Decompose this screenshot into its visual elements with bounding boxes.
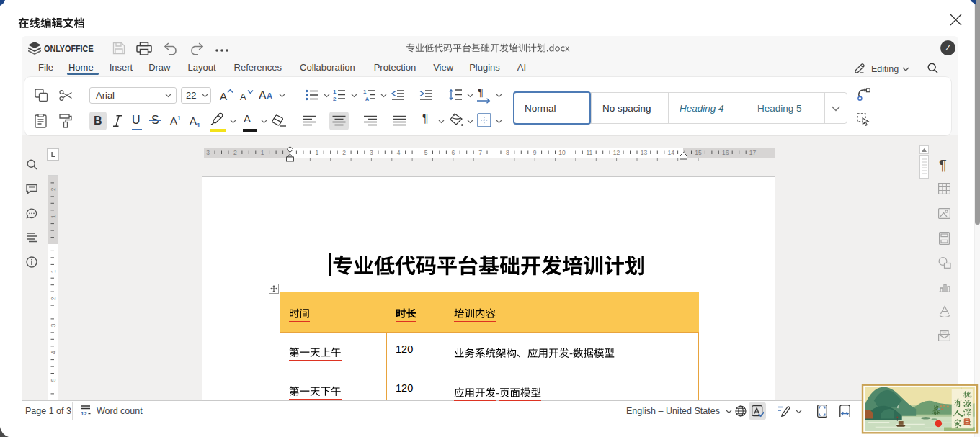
svg-text:12: 12	[81, 410, 87, 417]
